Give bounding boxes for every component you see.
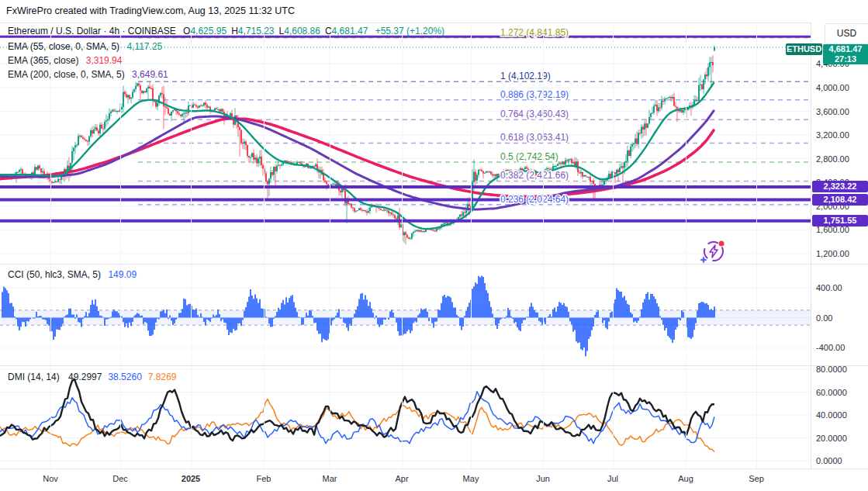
ray-price-badge: 1,751.55 xyxy=(812,215,868,226)
ema55-label: EMA (55, close, 0, SMA, 5) xyxy=(8,41,119,52)
cci-tick: 400.00 xyxy=(816,283,842,292)
month-label: Jul xyxy=(607,474,618,483)
symbol-title: Ethereum / U.S. Dollar · 4h · COINBASE xyxy=(8,26,176,36)
cci-tick: -400.00 xyxy=(816,343,845,352)
ema200-value: 3,649.61 xyxy=(132,69,168,80)
bar-countdown: 27:13 xyxy=(823,54,868,64)
ohlc-values: O4,625.95H4,715.23L4,608.86C4,681.47 xyxy=(178,26,368,36)
price-scale-border xyxy=(811,22,811,469)
last-price-value: 4,681.47 xyxy=(823,44,868,54)
svg-text:1.272 (4,841.85): 1.272 (4,841.85) xyxy=(500,27,569,38)
month-label: 2025 xyxy=(182,474,200,483)
ema365-label: EMA (365, close) xyxy=(8,55,78,66)
month-label: Dec xyxy=(112,474,128,483)
ema200-label: EMA (200, close, 0, SMA, 5) xyxy=(8,69,125,80)
currency-usd-button[interactable]: USD xyxy=(825,23,868,44)
cci-value: 149.09 xyxy=(108,269,137,280)
dmi-value: 38.5260 xyxy=(108,372,141,382)
month-label: May xyxy=(463,474,479,483)
ema200-legend-row[interactable]: EMA (200, close, 0, SMA, 5) 3,649.61 xyxy=(8,69,168,80)
price-tick: 3,600.00 xyxy=(816,107,849,116)
ema365-legend-row[interactable]: EMA (365, close) 3,319.94 xyxy=(8,55,122,66)
dmi-tick: 0.0000 xyxy=(816,456,842,465)
dmi-tick: 60.0000 xyxy=(816,388,847,397)
month-label: Apr xyxy=(395,474,408,483)
cci-label: CCI (50, hlc3, SMA, 5) xyxy=(8,269,101,280)
ohlc-item: H4,715.23 xyxy=(231,26,274,36)
svg-text:0.618 (3,063.41): 0.618 (3,063.41) xyxy=(500,132,569,143)
ray-price-badge: 2,323.22 xyxy=(812,181,868,192)
month-label: Jun xyxy=(536,474,550,483)
month-label: Feb xyxy=(257,474,271,483)
svg-text:0.764 (3,460.43): 0.764 (3,460.43) xyxy=(500,109,569,119)
time-axis-divider xyxy=(0,469,868,469)
month-label: Mar xyxy=(323,474,337,483)
symbol-legend-row[interactable]: Ethereum / U.S. Dollar · 4h · COINBASE O… xyxy=(8,26,444,36)
svg-text:0.886 (3,792.19): 0.886 (3,792.19) xyxy=(500,89,569,100)
month-label: Aug xyxy=(678,474,693,483)
dmi-tick: 40.0000 xyxy=(816,410,847,420)
dmi-tick: 20.0000 xyxy=(816,434,847,443)
price-tick: 4,000.00 xyxy=(816,83,849,92)
month-label: Nov xyxy=(43,474,58,483)
cci-dmi-divider[interactable] xyxy=(0,365,868,366)
dmi-value: 49.2997 xyxy=(68,372,102,382)
dmi-values: 49.299738.52607.8269 xyxy=(62,372,176,382)
change-value: +55.37 (+1.20%) xyxy=(375,26,444,36)
flash-ai-icon xyxy=(700,239,726,265)
ema365-value: 3,319.94 xyxy=(86,55,123,66)
month-label: Sep xyxy=(749,474,764,483)
last-price-badge: 4,681.47 27:13 xyxy=(823,44,868,64)
symbol-badge[interactable]: ETHUSD xyxy=(786,43,822,55)
price-tick: 1,200.00 xyxy=(816,249,849,258)
tradingview-chart-window: { "attribution": "FxWirePro created with… xyxy=(0,0,868,491)
dmi-legend-row[interactable]: DMI (14, 14) 49.299738.52607.8269 xyxy=(8,372,177,382)
svg-text:0.5 (2,742.54): 0.5 (2,742.54) xyxy=(500,151,558,162)
dmi-label: DMI (14, 14) xyxy=(8,372,60,382)
ema55-value: 4,117.25 xyxy=(126,41,162,52)
cci-tick: 0.00 xyxy=(816,313,832,323)
ohlc-item: L4,608.86 xyxy=(279,26,320,36)
ray-price-badge: 2,108.42 xyxy=(812,194,868,206)
price-tick: 2,800.00 xyxy=(816,154,849,164)
price-tick: 3,200.00 xyxy=(816,130,849,140)
price-cci-divider[interactable] xyxy=(0,264,868,265)
svg-text:0.236 (2,024.64): 0.236 (2,024.64) xyxy=(500,194,569,205)
cci-legend-row[interactable]: CCI (50, hlc3, SMA, 5) 149.09 xyxy=(8,269,137,280)
ema55-legend-row[interactable]: EMA (55, close, 0, SMA, 5) 4,117.25 xyxy=(8,41,162,52)
svg-text:0.382 (2,421.66): 0.382 (2,421.66) xyxy=(500,170,569,181)
dmi-value: 7.8269 xyxy=(148,372,177,382)
ohlc-item: C4,681.47 xyxy=(325,26,368,36)
ohlc-item: O4,625.95 xyxy=(183,26,227,36)
